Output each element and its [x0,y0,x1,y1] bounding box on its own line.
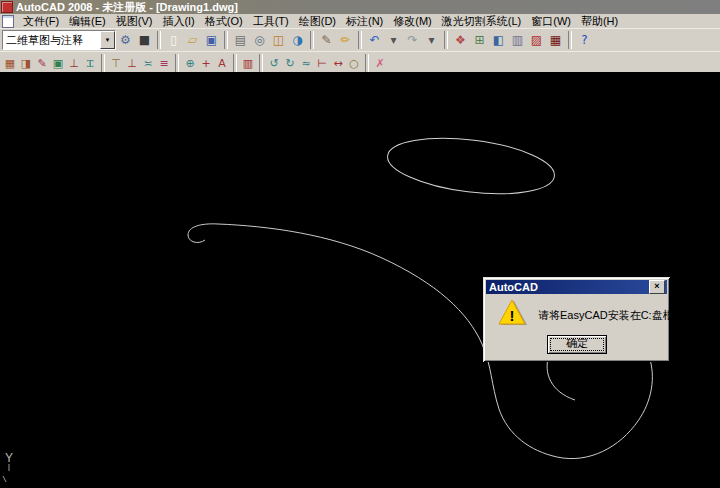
toolbar-separator [233,54,237,72]
undo-icon[interactable]: ↶ [366,32,383,49]
drawing-file-icon[interactable] [2,15,14,28]
dialog-message: 请将EasyCAD安装在C:盘根目录下! [538,308,710,323]
menu-item-edit[interactable]: 编辑(E) [64,14,111,28]
toolbar-separator [224,31,228,49]
toolbar-separator [444,31,448,49]
ok-button[interactable]: 确定 [547,335,607,354]
ucs-y-axis-label: Y [5,451,13,465]
combo-dropdown-arrow-icon[interactable]: ▼ [100,31,115,49]
dialog-title-bar[interactable]: AutoCAD × [486,280,667,294]
autocad-window: AutoCAD 2008 - 未注册版 - [Drawing1.dwg] 文件(… [0,0,720,488]
toolbar-separator [365,54,369,72]
ellipse-entity[interactable] [384,130,557,202]
menu-item-view[interactable]: 视图(V) [111,14,158,28]
redo-dropdown-icon[interactable]: ▾ [423,32,440,49]
menu-items: 文件(F)编辑(E)视图(V)插入(I)格式(O)工具(T)绘图(D)标注(N)… [18,14,623,28]
i-beam-icon[interactable]: Ɪ [83,55,98,72]
standard-toolbar: 二维草图与注释 ▼ ⚙■▯▱▣▤◎◫◑✎✏↶▾↷▾❖⊞◧▥▨▦? [0,28,720,51]
menu-item-format[interactable]: 格式(O) [200,14,248,28]
menu-item-dimension[interactable]: 标注(N) [341,14,388,28]
engrave-pen-icon[interactable]: ✎ [35,55,50,72]
menu-item-file[interactable]: 文件(F) [18,14,64,28]
standard-toolbar-icons: ⚙■▯▱▣▤◎◫◑✎✏↶▾↷▾❖⊞◧▥▨▦? [116,31,594,49]
wave-text-icon[interactable]: ≈ [299,55,314,72]
unit-setting-icon[interactable]: ⊥ [67,55,82,72]
markup-set-manager-icon[interactable]: ▨ [528,32,545,49]
new-file-icon[interactable]: ▯ [165,32,182,49]
toolbar-separator [568,31,572,49]
menu-item-modify[interactable]: 修改(M) [388,14,437,28]
toolbar-separator [101,54,105,72]
save-parameters-icon[interactable]: ▣ [51,55,66,72]
pencil-icon[interactable]: ✎ [318,32,335,49]
measure-width-icon[interactable]: ↔ [331,55,346,72]
layer-stack-icon[interactable]: ≡ [157,55,172,72]
distribute-icon[interactable]: ≍ [141,55,156,72]
toolbar-separator [310,31,314,49]
menu-item-draw[interactable]: 绘图(D) [294,14,341,28]
workspace-combo-value: 二维草图与注释 [3,33,100,48]
dialog-title-text: AutoCAD [489,280,538,294]
sketch-pencil-icon[interactable]: ✏ [337,32,354,49]
autocad-message-dialog: AutoCAD × ! 请将EasyCAD安装在C:盘根目录下! 确定 [483,277,670,362]
workspace-combo[interactable]: 二维草图与注释 ▼ [2,30,116,50]
toolbar-separator [259,54,263,72]
toolbar-separator [157,31,161,49]
laser-machine-icon[interactable]: ▦ [3,55,18,72]
help-icon[interactable]: ? [576,32,593,49]
save-icon[interactable]: ▣ [203,32,220,49]
toolbar-separator [358,31,362,49]
curve-ccw-icon[interactable]: ↺ [267,55,282,72]
cut-delete-icon[interactable]: ✗ [373,55,388,72]
grid-panel-icon[interactable]: ▥ [241,55,256,72]
text-box-icon[interactable]: A [215,55,230,72]
match-properties-icon[interactable]: ❖ [452,32,469,49]
laser-toolbar-icons: ▦◨✎▣⊥Ɪ⊤⊥≍≡⊕+A▥↺↻≈⊢↔○✗ [2,54,388,72]
menu-item-tools[interactable]: 工具(T) [248,14,294,28]
block-editor-icon[interactable]: ⊞ [471,32,488,49]
window-title: AutoCAD 2008 - 未注册版 - [Drawing1.dwg] [16,0,238,14]
3d-dwf-icon[interactable]: ◑ [289,32,306,49]
undo-dropdown-icon[interactable]: ▾ [385,32,402,49]
plot-preview-icon[interactable]: ◎ [251,32,268,49]
origin-pin-icon[interactable]: + [199,55,214,72]
open-folder-icon[interactable]: ▱ [184,32,201,49]
toolbar-separator [175,54,179,72]
workspace-settings-gear-icon[interactable]: ⚙ [117,32,134,49]
menu-bar: 文件(F)编辑(E)视图(V)插入(I)格式(O)工具(T)绘图(D)标注(N)… [0,14,720,28]
autocad-app-icon [1,1,13,13]
title-bar: AutoCAD 2008 - 未注册版 - [Drawing1.dwg] [0,0,720,14]
menu-item-help[interactable]: 帮助(H) [576,14,623,28]
svg-text:!: ! [510,307,515,324]
ucs-origin-mark [3,476,6,482]
dialog-close-icon[interactable]: × [649,280,665,294]
menu-item-window[interactable]: 窗口(W) [526,14,576,28]
plot-icon[interactable]: ▤ [232,32,249,49]
warning-triangle-icon: ! [498,299,528,331]
quickcalc-icon[interactable]: ▦ [547,32,564,49]
laser-output-icon[interactable]: ◨ [19,55,34,72]
designcenter-icon[interactable]: ◧ [490,32,507,49]
align-top-icon[interactable]: ⊤ [109,55,124,72]
beam-width-icon[interactable]: ⊢ [315,55,330,72]
align-bottom-icon[interactable]: ⊥ [125,55,140,72]
circle-tool-icon[interactable]: ○ [347,55,362,72]
redo-icon[interactable]: ↷ [404,32,421,49]
menu-item-laser-cutting-system[interactable]: 激光切割系统(L) [437,14,526,28]
publish-icon[interactable]: ◫ [270,32,287,49]
curve-cw-icon[interactable]: ↻ [283,55,298,72]
menu-item-insert[interactable]: 插入(I) [157,14,199,28]
center-target-icon[interactable]: ⊕ [183,55,198,72]
tool-palettes-icon[interactable]: ▥ [509,32,526,49]
workspace-panel-icon[interactable]: ■ [136,32,153,49]
